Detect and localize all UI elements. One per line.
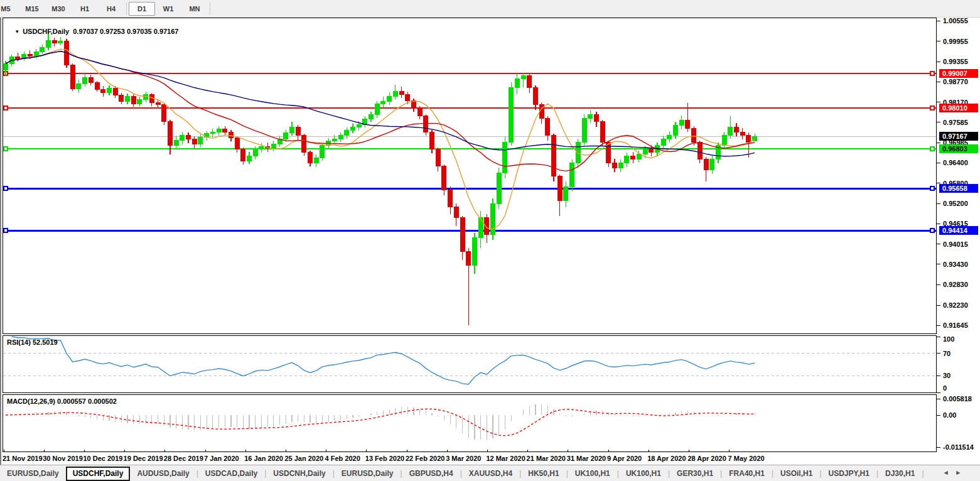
rsi-axis-label: 70 [943,350,950,357]
chart-tab-usoil-h1[interactable]: USOil,H1 [773,467,819,481]
price-axis-label: 0.98770 [943,78,968,85]
line-edge-handle[interactable] [4,229,8,232]
timeframe-toolbar: M5M15M30H1H4D1W1MN [0,0,980,18]
tab-scroll-right-icon[interactable]: ▸ [956,468,969,476]
chart-tab-usdchf-daily[interactable]: USDCHF,Daily [66,467,131,481]
timeframe-button-w1[interactable]: W1 [155,2,181,16]
date-axis-label: 13 Feb 2020 [365,455,404,462]
date-axis-label: 10 Dec 2019 [83,455,122,462]
price-axis-label: 0.94015 [943,240,968,248]
chart-tab-xauusd-h4[interactable]: XAUUSD,H4 [462,467,519,481]
date-axis-label: 25 Jan 2020 [284,455,323,462]
price-line-badge-label: 0.99007 [942,70,967,77]
price-axis: 1.005550.999550.993550.987700.981700.975… [937,18,968,329]
price-axis-label: 0.99355 [943,58,968,65]
price-line-badge-label: 0.96803 [942,145,967,153]
date-axis-label: 22 Feb 2020 [406,455,444,462]
tab-scroll-arrows[interactable]: ◂▸ [944,468,969,477]
line-edge-handle[interactable] [930,106,934,110]
price-axis-label: 0.92830 [943,281,968,288]
price-axis-label: 1.00555 [943,18,968,24]
date-axis-label: 21 Nov 2019 [3,455,43,462]
chart-tab-hk50-h1[interactable]: HK50,H1 [521,467,566,481]
date-axis-label: 21 Mar 2020 [527,455,566,462]
tab-separator: | [922,469,923,478]
date-axis-label: 28 Dec 2019 [164,455,203,462]
line-edge-handle[interactable] [930,229,934,232]
date-axis-label: 7 Jan 2020 [204,455,239,462]
date-axis-label: 12 Mar 2020 [486,455,525,462]
timeframe-button-h1[interactable]: H1 [72,2,98,16]
chart-tab-usdjpy-h1[interactable]: USDJPY,H1 [822,467,876,481]
date-axis-label: 3 Mar 2020 [446,455,481,462]
chart-symbol-title: USDCHF,Daily [23,28,69,35]
rsi-indicator-panel[interactable]: 10070300 [1,335,980,394]
chart-tab-eurusd-daily[interactable]: EURUSD,Daily [335,467,401,481]
tab-scroll-left-icon[interactable]: ◂ [944,468,957,476]
macd-axis-label: 0.00 [943,411,956,419]
macd-axis-label: -0.011514 [943,443,974,451]
chart-window: 1.005550.999550.993550.987700.981700.975… [0,18,980,465]
current-price-badge-label: 0.97167 [942,132,967,140]
price-axis-label: 0.96400 [943,159,968,166]
timeframe-button-mn[interactable]: MN [181,2,208,16]
chart-title-overlay: ▼USDCHF,Daily 0.97037 0.97253 0.97035 0.… [7,20,178,43]
chart-tab-bar: EURUSD,DailyUSDCHF,DailyAUDUSD,Daily|USD… [0,465,980,481]
chart-ohlc-values: 0.97037 0.97253 0.97035 0.97167 [73,28,178,35]
date-axis-label: 30 Nov 2019 [43,455,83,462]
date-axis[interactable]: 21 Nov 201930 Nov 201910 Dec 201919 Dec … [1,453,980,465]
chart-tab-fra40-h1[interactable]: FRA40,H1 [722,467,772,481]
line-edge-handle[interactable] [930,147,934,151]
price-line-badge-label: 0.95658 [942,185,967,192]
price-axis-label: 0.92230 [943,301,968,309]
chart-tab-ger30-h1[interactable]: GER30,H1 [670,467,720,481]
toolbar-separator [126,3,127,15]
chart-tab-gbpusd-h4[interactable]: GBPUSD,H4 [402,467,460,481]
date-axis-label: 7 May 2020 [728,455,765,462]
chart-tab-uk100-h1[interactable]: UK100,H1 [568,467,617,481]
price-axis-label: 0.97585 [943,119,968,126]
line-edge-handle[interactable] [930,186,934,190]
timeframe-button-h4[interactable]: H4 [98,2,124,16]
line-edge-handle[interactable] [930,72,934,75]
price-axis-label: 0.99955 [943,38,968,45]
line-edge-handle[interactable] [4,186,8,190]
macd-axis-label: 0.005818 [943,395,972,403]
chart-tab-audusd-daily[interactable]: AUDUSD,Daily [130,467,196,481]
rsi-axis-label: 0 [943,384,947,392]
price-axis-label: 0.91645 [943,322,968,329]
toolbar-separator [210,3,210,15]
price-line-badge-label: 0.94414 [942,227,968,234]
date-axis-label: 19 Dec 2019 [124,455,163,462]
date-axis-label: 4 Feb 2020 [325,455,360,462]
rsi-axis-label: 30 [943,372,950,379]
price-axis-label: 0.95200 [943,200,968,207]
line-edge-handle[interactable] [4,147,8,151]
macd-label: MACD(12,26,9) 0.000557 0.000502 [7,397,117,405]
rsi-label: RSI(14) 52.5019 [7,338,58,346]
rsi-axis-label: 100 [943,335,954,343]
macd-indicator-panel[interactable]: 0.0058180.00-0.011514 [1,394,980,453]
chart-tab-eurusd-daily[interactable]: EURUSD,Daily [0,467,66,481]
date-axis-label: 31 Mar 2020 [567,455,606,462]
chart-tab-dj30-h1[interactable]: DJ30,H1 [878,467,922,481]
date-axis-label: 9 Apr 2020 [607,455,642,462]
timeframe-button-m15[interactable]: M15 [19,2,45,16]
price-axis-label: 0.93430 [943,261,968,268]
date-axis-label: 18 Apr 2020 [647,455,686,462]
price-line-badge-label: 0.98010 [942,104,967,112]
timeframe-button-m30[interactable]: M30 [45,2,72,16]
chart-tab-usdcnh-daily[interactable]: USDCNH,Daily [266,467,332,481]
timeframe-button-m5[interactable]: M5 [0,2,19,16]
chart-tab-uk100-h1[interactable]: UK100,H1 [619,467,668,481]
chart-dropdown-icon[interactable]: ▼ [14,29,19,35]
main-price-chart[interactable]: 1.005550.999550.993550.987700.981700.975… [1,18,980,335]
timeframe-button-d1[interactable]: D1 [129,2,155,16]
line-edge-handle[interactable] [4,106,8,110]
date-axis-label: 16 Jan 2020 [244,455,283,462]
chart-tab-usdcad-daily[interactable]: USDCAD,Daily [198,467,264,481]
date-axis-label: 28 Apr 2020 [687,455,726,462]
